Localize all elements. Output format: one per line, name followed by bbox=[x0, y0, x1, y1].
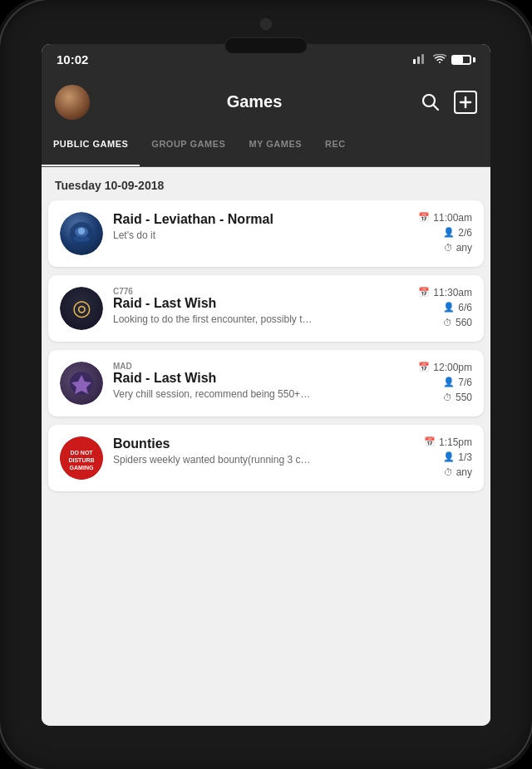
tab-public-games[interactable]: PUBLIC GAMES bbox=[42, 129, 140, 166]
add-button[interactable] bbox=[454, 91, 477, 114]
meta-time-2: 📅 11:30am bbox=[418, 287, 472, 298]
phone-speaker bbox=[224, 37, 308, 54]
svg-rect-2 bbox=[421, 54, 424, 64]
card-desc-3: Very chill session, recommend being 550+… bbox=[113, 388, 313, 400]
level-icon-2: ⏱ bbox=[443, 318, 452, 328]
card-avatar-2 bbox=[60, 287, 103, 330]
card-body-2: C776 Raid - Last Wish Looking to do the … bbox=[113, 287, 396, 325]
meta-level-1: ⏱ any bbox=[444, 242, 472, 254]
card-body-1: Raid - Leviathan - Normal Let's do it bbox=[113, 212, 396, 241]
header-title: Games bbox=[100, 92, 409, 111]
screen: 10:02 bbox=[42, 44, 490, 726]
card-meta-2: 📅 11:30am 👤 6/6 ⏱ 560 bbox=[406, 287, 472, 328]
game-card-2[interactable]: C776 Raid - Last Wish Looking to do the … bbox=[48, 275, 484, 342]
meta-level-2: ⏱ 560 bbox=[443, 317, 472, 328]
leviathan-avatar bbox=[60, 212, 103, 255]
clock-icon-4: 📅 bbox=[424, 436, 436, 447]
search-button[interactable] bbox=[419, 91, 442, 114]
card-body-4: Bounties Spiders weekly wanted bounty(ru… bbox=[113, 436, 396, 466]
card-meta-1: 📅 11:00am 👤 2/6 ⏱ any bbox=[406, 212, 472, 254]
card-title-1: Raid - Leviathan - Normal bbox=[113, 212, 396, 227]
players-icon-1: 👤 bbox=[443, 227, 455, 238]
card-desc-1: Let's do it bbox=[113, 229, 313, 241]
game-card-1[interactable]: Raid - Leviathan - Normal Let's do it 📅 … bbox=[48, 200, 484, 267]
card-title-2: Raid - Last Wish bbox=[113, 296, 396, 311]
players-icon-4: 👤 bbox=[443, 451, 455, 462]
user-avatar-image bbox=[55, 85, 90, 120]
card-title-4: Bounties bbox=[113, 436, 396, 451]
card-badge-2: C776 bbox=[113, 287, 396, 296]
card-meta-4: 📅 1:15pm 👤 1/3 ⏱ any bbox=[406, 436, 472, 478]
phone-frame: 10:02 bbox=[0, 0, 532, 769]
meta-time-4: 📅 1:15pm bbox=[424, 436, 472, 448]
meta-players-2: 👤 6/6 bbox=[443, 302, 472, 313]
card-desc-2: Looking to do the first encounter, possi… bbox=[113, 313, 313, 325]
card-avatar-3 bbox=[60, 362, 103, 405]
clock-icon-2: 📅 bbox=[418, 287, 430, 298]
svg-point-10 bbox=[73, 235, 90, 242]
svg-rect-1 bbox=[417, 57, 420, 64]
battery-icon bbox=[451, 55, 475, 65]
card-avatar-1 bbox=[60, 212, 103, 255]
lastwish2-avatar bbox=[60, 362, 103, 405]
tab-group-games[interactable]: GROUP GAMES bbox=[140, 129, 237, 166]
meta-time-1: 📅 11:00am bbox=[418, 212, 472, 224]
clock-icon-1: 📅 bbox=[418, 212, 430, 223]
tabs-bar: PUBLIC GAMES GROUP GAMES MY GAMES REC bbox=[42, 129, 490, 167]
wifi-icon bbox=[433, 53, 446, 67]
clock-icon-3: 📅 bbox=[418, 362, 430, 372]
app-header: Games bbox=[42, 76, 490, 129]
svg-rect-0 bbox=[413, 59, 416, 64]
meta-level-4: ⏱ any bbox=[444, 466, 472, 478]
svg-point-9 bbox=[78, 228, 85, 234]
level-icon-1: ⏱ bbox=[444, 243, 453, 253]
signal-icon bbox=[413, 52, 428, 67]
meta-level-3: ⏱ 550 bbox=[443, 392, 472, 403]
svg-line-4 bbox=[434, 105, 439, 110]
date-header: Tuesday 10-09-2018 bbox=[42, 167, 490, 200]
level-icon-3: ⏱ bbox=[443, 392, 452, 402]
content-area: Tuesday 10-09-2018 Raid - Leviathan - No bbox=[42, 167, 490, 726]
card-title-3: Raid - Last Wish bbox=[113, 371, 396, 386]
meta-players-1: 👤 2/6 bbox=[443, 227, 472, 239]
players-icon-3: 👤 bbox=[443, 377, 455, 387]
status-icons bbox=[413, 52, 475, 67]
meta-players-4: 👤 1/3 bbox=[443, 451, 472, 463]
tab-my-games[interactable]: MY GAMES bbox=[237, 129, 313, 166]
card-body-3: MAD Raid - Last Wish Very chill session,… bbox=[113, 362, 396, 400]
status-time: 10:02 bbox=[57, 52, 88, 67]
bounties-avatar: DO NOT DISTURB GAMING bbox=[60, 436, 103, 480]
game-card-3[interactable]: MAD Raid - Last Wish Very chill session,… bbox=[48, 350, 484, 417]
svg-text:GAMING: GAMING bbox=[70, 465, 94, 471]
game-card-4[interactable]: DO NOT DISTURB GAMING Bounties Spiders w… bbox=[48, 425, 484, 491]
avatar[interactable] bbox=[55, 85, 90, 120]
level-icon-4: ⏱ bbox=[444, 467, 453, 477]
card-desc-4: Spiders weekly wanted bounty(running 3 c… bbox=[113, 454, 313, 466]
card-badge-3: MAD bbox=[113, 362, 396, 371]
lastwish-avatar bbox=[60, 287, 103, 330]
card-avatar-4: DO NOT DISTURB GAMING bbox=[60, 436, 103, 480]
card-meta-3: 📅 12:00pm 👤 7/6 ⏱ 550 bbox=[406, 362, 472, 403]
meta-time-3: 📅 12:00pm bbox=[418, 362, 472, 373]
tab-rec[interactable]: REC bbox=[313, 129, 357, 166]
meta-players-3: 👤 7/6 bbox=[443, 377, 472, 388]
players-icon-2: 👤 bbox=[443, 302, 455, 313]
svg-text:DISTURB: DISTURB bbox=[68, 457, 94, 463]
header-actions bbox=[419, 91, 477, 114]
svg-text:DO NOT: DO NOT bbox=[70, 450, 93, 456]
